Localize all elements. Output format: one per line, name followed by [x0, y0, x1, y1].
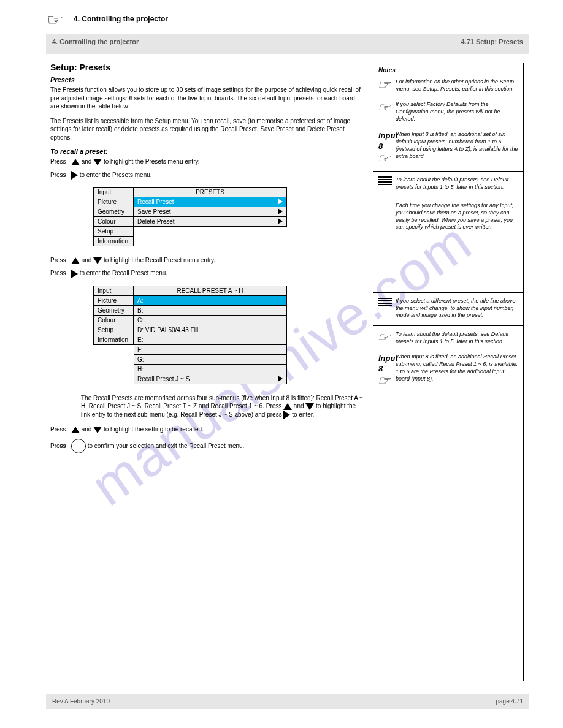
- menu-side-item[interactable]: Setup: [93, 227, 134, 237]
- menu-side-item[interactable]: Colour: [93, 316, 134, 325]
- note-item: If you select a different preset, the ti…: [373, 295, 523, 325]
- menu-side-item[interactable]: Setup: [93, 325, 134, 335]
- menu-side-item[interactable]: Colour: [93, 217, 134, 227]
- divider: [373, 292, 523, 293]
- step-4: Press to enter the Recall Preset menu.: [81, 269, 363, 278]
- menu-side-item[interactable]: Geometry: [93, 306, 134, 316]
- menu-side-item[interactable]: Information: [93, 237, 134, 246]
- input8-label: Input 8: [378, 354, 396, 374]
- right-arrow-icon: [71, 270, 78, 278]
- up-arrow-icon: [71, 257, 80, 264]
- menu-row-link[interactable]: Recall Preset J ~ S: [134, 374, 287, 384]
- pointing-hand-icon: ☞: [377, 152, 391, 164]
- step-3: Press and to highlight the Recall Preset…: [81, 256, 363, 265]
- input8-label: Input 8: [378, 131, 396, 152]
- footer-right: page 4.71: [496, 698, 524, 705]
- subsection-recall: To recall a preset:: [50, 148, 363, 155]
- note-item: Input 8 ☞ When Input 8 is fitted, an add…: [373, 129, 523, 170]
- intro-paragraph-2: The Presets list is accessible from the …: [50, 117, 363, 142]
- note-item: To learn about the default presets, see …: [373, 174, 523, 197]
- footer-left: Rev A February 2010: [52, 698, 496, 705]
- submenu-arrow-icon: [278, 208, 283, 214]
- menu-side-item[interactable]: Information: [93, 335, 134, 345]
- subsection-presets: Presets: [50, 76, 363, 83]
- recall-preset-menu: Input Picture Geometry Colour Setup Info…: [93, 286, 363, 384]
- divider: [373, 325, 523, 326]
- menu-row[interactable]: D: VID PAL50/4.43 Fill: [134, 325, 287, 335]
- step-5: Press and to highlight the setting to be…: [81, 425, 363, 434]
- note-item: ☞ For information on the other options i…: [373, 76, 523, 99]
- menu-row-delete-preset[interactable]: Delete Preset: [134, 217, 287, 227]
- menu-row-save-preset[interactable]: Save Preset: [134, 207, 287, 217]
- up-arrow-icon: [283, 403, 292, 410]
- menu-row[interactable]: H:: [134, 365, 287, 374]
- up-arrow-icon: [71, 159, 80, 165]
- right-arrow-icon: [71, 171, 78, 180]
- step-1: Press and to highlight the Presets menu …: [81, 157, 363, 166]
- recall-para: The Recall Presets are memorised across …: [81, 394, 363, 419]
- menu-side-item[interactable]: Input: [93, 187, 134, 197]
- step-2: Press to enter the Presets menu.: [81, 171, 363, 180]
- submenu-arrow-icon: [278, 376, 283, 382]
- menu-side-item[interactable]: Input: [93, 286, 134, 296]
- intro-paragraph-1: The Presets function allows you to store…: [50, 86, 363, 111]
- lines-icon: [378, 176, 392, 185]
- header-left-text: 4. Controlling the projector: [52, 38, 139, 45]
- page-section-heading: 4. Controlling the projector: [74, 15, 168, 23]
- submenu-arrow-icon: [278, 199, 283, 205]
- down-arrow-icon: [305, 403, 314, 410]
- menu-row[interactable]: B:: [134, 306, 287, 316]
- menu-row-recall-preset[interactable]: Recall Preset: [134, 197, 287, 207]
- menu-side-item[interactable]: Picture: [93, 296, 134, 306]
- step-6: Press OK to confirm your selection and e…: [81, 439, 363, 453]
- pointing-hand-icon: ☞: [377, 101, 391, 113]
- note-item: ☞ To learn about the default presets, se…: [373, 328, 523, 351]
- divider: [373, 171, 523, 172]
- presets-menu: Input Picture Geometry Colour Setup Info…: [93, 187, 363, 246]
- pointing-hand-icon: ☞: [377, 78, 391, 91]
- pointing-hand-icon: ☞: [48, 12, 62, 28]
- notes-heading: Notes: [373, 63, 523, 76]
- down-arrow-icon: [93, 159, 102, 165]
- section-title: Setup: Presets: [50, 63, 363, 72]
- down-arrow-icon: [93, 257, 102, 264]
- footer-strip: Rev A February 2010 page 4.71: [46, 694, 529, 709]
- menu-side-item[interactable]: Picture: [93, 197, 134, 207]
- up-arrow-icon: [71, 427, 80, 433]
- divider: [373, 197, 523, 197]
- submenu-arrow-icon: [278, 218, 283, 224]
- menu-row[interactable]: G:: [134, 355, 287, 365]
- note-item: ☞ If you select Factory Defaults from th…: [373, 99, 523, 129]
- note-item: Input 8 ☞ When Input 8 is fitted, an add…: [373, 351, 523, 393]
- down-arrow-icon: [93, 427, 102, 433]
- note-item: Each time you change the settings for an…: [373, 200, 523, 237]
- notes-sidebar: Notes ☞ For information on the other opt…: [373, 63, 524, 681]
- menu-row[interactable]: C:: [134, 316, 287, 325]
- lines-icon: [378, 298, 392, 306]
- menu-row[interactable]: A:: [134, 296, 287, 306]
- menu-row[interactable]: E:: [134, 335, 287, 345]
- menu-header: RECALL PRESET A ~ H: [134, 286, 287, 296]
- pointing-hand-icon: ☞: [377, 331, 391, 343]
- ok-button-icon: OK: [71, 439, 86, 453]
- menu-header: PRESETS: [134, 187, 287, 197]
- pointing-hand-icon: ☞: [377, 374, 391, 387]
- menu-row[interactable]: F:: [134, 345, 287, 355]
- right-arrow-icon: [283, 411, 290, 419]
- menu-side-item[interactable]: Geometry: [93, 207, 134, 217]
- header-right-text: 4.71 Setup: Presets: [461, 38, 524, 45]
